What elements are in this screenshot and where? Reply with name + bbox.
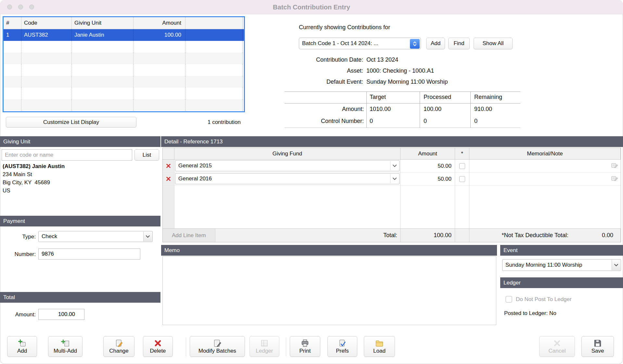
add-button[interactable]: Add [7, 336, 37, 357]
giving-unit-list-button[interactable]: List [134, 149, 159, 161]
giving-fund-value: General 2016 [175, 174, 399, 184]
save-button[interactable]: Save [581, 336, 614, 357]
cancel-button: Cancel [539, 336, 575, 357]
batch-show-all-button[interactable]: Show All [474, 38, 513, 49]
change-button[interactable]: Change [103, 336, 134, 357]
delete-x-icon: ✕ [166, 176, 172, 182]
table-row[interactable]: 1 AUST382 Janie Austin 100.00 [4, 29, 244, 41]
batch-find-button[interactable]: Find [448, 38, 470, 49]
event-header: Event [500, 245, 623, 256]
col-num[interactable]: # [4, 17, 21, 29]
total-amount-label: Amount: [0, 311, 36, 318]
load-icon [375, 339, 384, 347]
chevron-down-icon [612, 260, 620, 270]
ledger-icon [260, 339, 269, 347]
memorial-note-field[interactable] [469, 160, 621, 173]
memo-header: Memo [161, 245, 497, 256]
payment-type-value: Check [39, 231, 152, 242]
memorial-note-field[interactable] [469, 173, 621, 186]
close-button[interactable] [7, 5, 12, 9]
payment-number-input[interactable] [38, 249, 140, 260]
detail-line-item: ✕ General 2016 50.00 [163, 173, 621, 186]
total-amount-input[interactable] [38, 309, 84, 320]
col-amount[interactable]: Amount [134, 17, 185, 29]
batch-contribution-entry-window: Batch Contribution Entry # Code Giving U… [0, 0, 623, 364]
chevron-down-icon [143, 232, 152, 241]
asset-label: Asset: [286, 67, 363, 76]
note-icon[interactable] [611, 162, 618, 170]
cell-amount: 100.00 [134, 29, 185, 41]
payment-type-label: Type: [0, 234, 36, 240]
batch-summary-table: Target Processed Remaining Amount: 1010.… [285, 91, 520, 128]
summary-col-target: Target [370, 94, 386, 101]
posted-to-ledger-text: Posted to Ledger: No [504, 310, 556, 317]
load-button[interactable]: Load [364, 336, 395, 357]
cell-code: AUST382 [21, 29, 72, 41]
delete-button[interactable]: Delete [143, 336, 173, 357]
detail-table-header: Giving Fund Amount * Memorial/Note [163, 148, 621, 160]
col-memorial-note: Memorial/Note [469, 148, 621, 160]
summary-control-target: 0 [370, 118, 373, 125]
empty-row [4, 53, 244, 64]
default-event-value: Sunday Morning 11:00 Worship [366, 79, 448, 87]
add-line-item-button[interactable]: Add Line Item [163, 229, 215, 242]
minimize-button[interactable] [18, 5, 23, 9]
delete-icon [154, 339, 162, 347]
customize-list-display-button[interactable]: Customize List Display [6, 117, 136, 127]
payment-type-select[interactable]: Check [38, 231, 153, 242]
print-button[interactable]: Print [290, 336, 320, 357]
summary-control-label: Control Number: [285, 118, 364, 125]
do-not-post-label: Do Not Post To Ledger [516, 296, 572, 303]
prefs-icon [338, 339, 347, 347]
detail-header: Detail - Reference 1713 [161, 136, 623, 147]
batch-select-value: Batch Code 1 - Oct 14 2024: ... [299, 38, 421, 49]
multi-add-button[interactable]: Multi-Add [48, 336, 83, 357]
giving-unit-address-line: 234 Main St [3, 171, 32, 178]
contributions-table[interactable]: # Code Giving Unit Amount 1 AUST382 Jani… [3, 16, 245, 112]
detail-line-item: ✕ General 2015 50.00 [163, 160, 621, 173]
chevron-down-icon [390, 161, 399, 170]
not-tax-deductible-checkbox[interactable] [459, 163, 465, 169]
summary-col-processed: Processed [424, 94, 451, 101]
empty-row [4, 64, 244, 76]
line-amount-field[interactable]: 50.00 [400, 173, 455, 186]
event-select[interactable]: Sunday Morning 11:00 Worship [502, 259, 621, 271]
delete-line-button[interactable]: ✕ [163, 160, 174, 173]
col-detail-amount: Amount [400, 148, 455, 160]
ntd-total-label: *Not Tax Deductible Total: [502, 229, 568, 242]
window-title: Batch Contribution Entry [0, 0, 623, 14]
line-amount-field[interactable]: 50.00 [400, 160, 455, 173]
contribution-date-label: Contribution Date: [286, 56, 363, 65]
col-code[interactable]: Code [21, 17, 72, 29]
zoom-button[interactable] [29, 5, 34, 9]
payment-header: Payment [0, 216, 160, 226]
summary-amount-target: 1010.00 [370, 106, 391, 113]
prefs-button[interactable]: Prefs [327, 336, 357, 357]
empty-row [4, 99, 244, 111]
col-star: * [455, 148, 469, 160]
ntd-total-value: 0.00 [568, 229, 620, 242]
giving-fund-select[interactable]: General 2015 [175, 160, 400, 171]
save-icon [593, 339, 602, 347]
detail-total-value: 100.00 [400, 228, 455, 242]
contribution-count: 1 contribution [175, 117, 273, 127]
not-tax-deductible-checkbox[interactable] [459, 176, 465, 182]
delete-line-button[interactable]: ✕ [163, 173, 174, 186]
batch-add-button[interactable]: Add [426, 38, 445, 49]
do-not-post-checkbox[interactable] [505, 296, 512, 303]
giving-unit-address-line: US [3, 188, 10, 194]
col-extra [185, 17, 243, 29]
modify-batches-button[interactable]: Modify Batches [190, 336, 245, 357]
giving-fund-select[interactable]: General 2016 [175, 173, 400, 184]
col-giving-unit[interactable]: Giving Unit [72, 17, 134, 29]
giving-unit-search-input[interactable] [2, 149, 132, 161]
summary-amount-processed: 100.00 [424, 106, 441, 113]
change-icon [115, 339, 123, 347]
payment-number-label: Number: [0, 251, 36, 258]
empty-row [4, 76, 244, 88]
memo-textarea[interactable] [162, 256, 496, 325]
modify-batches-icon [213, 339, 222, 347]
total-header: Total [0, 292, 160, 303]
batch-select[interactable]: Batch Code 1 - Oct 14 2024: ... [299, 38, 421, 49]
note-icon[interactable] [611, 175, 618, 183]
